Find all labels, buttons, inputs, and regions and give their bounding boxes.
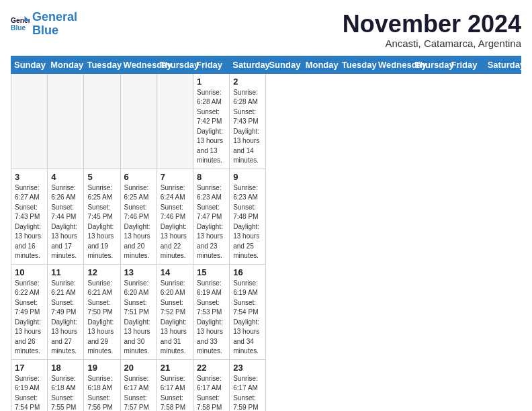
day-number: 7: [161, 172, 189, 182]
calendar-cell: 14Sunrise: 6:20 AM Sunset: 7:52 PM Dayli…: [157, 264, 193, 359]
calendar-cell: 1Sunrise: 6:28 AM Sunset: 7:42 PM Daylig…: [193, 73, 230, 169]
logo: General Blue GeneralBlue: [11, 11, 77, 38]
day-of-week-header: Wednesday: [120, 56, 157, 73]
day-number: 15: [197, 267, 226, 277]
day-number: 6: [124, 172, 153, 182]
day-info: Sunrise: 6:20 AM Sunset: 7:52 PM Dayligh…: [161, 279, 189, 357]
calendar-table: SundayMondayTuesdayWednesdayThursdayFrid…: [11, 56, 521, 411]
calendar-cell: 17Sunrise: 6:19 AM Sunset: 7:54 PM Dayli…: [11, 359, 48, 411]
calendar-cell: [120, 73, 157, 169]
title-block: November 2024 Ancasti, Catamarca, Argent…: [343, 11, 521, 49]
day-number: 11: [51, 267, 80, 277]
day-info: Sunrise: 6:25 AM Sunset: 7:46 PM Dayligh…: [124, 183, 153, 261]
day-info: Sunrise: 6:27 AM Sunset: 7:43 PM Dayligh…: [15, 183, 44, 261]
calendar-cell: 23Sunrise: 6:17 AM Sunset: 7:59 PM Dayli…: [230, 359, 266, 411]
day-info: Sunrise: 6:28 AM Sunset: 7:43 PM Dayligh…: [233, 88, 262, 166]
day-info: Sunrise: 6:17 AM Sunset: 7:57 PM Dayligh…: [124, 374, 153, 411]
month-title: November 2024: [343, 11, 521, 38]
logo-icon: General Blue: [11, 15, 30, 34]
day-info: Sunrise: 6:21 AM Sunset: 7:49 PM Dayligh…: [51, 279, 80, 357]
day-number: 13: [124, 267, 153, 277]
calendar-cell: 16Sunrise: 6:19 AM Sunset: 7:54 PM Dayli…: [230, 264, 266, 359]
day-of-week-header: Wednesday: [375, 56, 412, 73]
day-of-week-header: Sunday: [266, 56, 302, 73]
day-info: Sunrise: 6:17 AM Sunset: 7:58 PM Dayligh…: [161, 374, 189, 411]
day-info: Sunrise: 6:22 AM Sunset: 7:49 PM Dayligh…: [15, 279, 44, 357]
day-number: 5: [87, 172, 116, 182]
day-info: Sunrise: 6:20 AM Sunset: 7:51 PM Dayligh…: [124, 279, 153, 357]
calendar-cell: [11, 73, 48, 169]
day-info: Sunrise: 6:17 AM Sunset: 7:59 PM Dayligh…: [233, 374, 262, 411]
svg-text:Blue: Blue: [11, 24, 26, 32]
day-number: 8: [197, 172, 226, 182]
day-number: 16: [233, 267, 262, 277]
calendar-cell: [84, 73, 120, 169]
day-of-week-header: Friday: [448, 56, 484, 73]
day-number: 21: [161, 363, 189, 373]
calendar-cell: 15Sunrise: 6:19 AM Sunset: 7:53 PM Dayli…: [193, 264, 230, 359]
calendar-cell: 3Sunrise: 6:27 AM Sunset: 7:43 PM Daylig…: [11, 169, 48, 264]
calendar-cell: 19Sunrise: 6:18 AM Sunset: 7:56 PM Dayli…: [84, 359, 120, 411]
day-of-week-header: Tuesday: [339, 56, 375, 73]
calendar-week-row: 1Sunrise: 6:28 AM Sunset: 7:42 PM Daylig…: [11, 73, 521, 169]
calendar-cell: 4Sunrise: 6:26 AM Sunset: 7:44 PM Daylig…: [48, 169, 84, 264]
calendar-cell: 21Sunrise: 6:17 AM Sunset: 7:58 PM Dayli…: [157, 359, 193, 411]
day-info: Sunrise: 6:18 AM Sunset: 7:56 PM Dayligh…: [87, 374, 116, 411]
location: Ancasti, Catamarca, Argentina: [343, 38, 521, 49]
day-number: 9: [233, 172, 262, 182]
logo-text: GeneralBlue: [32, 11, 77, 38]
calendar-cell: 2Sunrise: 6:28 AM Sunset: 7:43 PM Daylig…: [230, 73, 266, 169]
day-info: Sunrise: 6:26 AM Sunset: 7:44 PM Dayligh…: [51, 183, 80, 261]
day-info: Sunrise: 6:17 AM Sunset: 7:58 PM Dayligh…: [197, 374, 226, 411]
day-number: 23: [233, 363, 262, 373]
day-info: Sunrise: 6:18 AM Sunset: 7:55 PM Dayligh…: [51, 374, 80, 411]
day-of-week-header: Tuesday: [84, 56, 120, 73]
day-number: 12: [87, 267, 116, 277]
calendar-cell: 10Sunrise: 6:22 AM Sunset: 7:49 PM Dayli…: [11, 264, 48, 359]
day-of-week-header: Monday: [302, 56, 339, 73]
calendar-cell: 13Sunrise: 6:20 AM Sunset: 7:51 PM Dayli…: [120, 264, 157, 359]
calendar-cell: 22Sunrise: 6:17 AM Sunset: 7:58 PM Dayli…: [193, 359, 230, 411]
day-of-week-header: Monday: [48, 56, 84, 73]
day-info: Sunrise: 6:23 AM Sunset: 7:47 PM Dayligh…: [197, 183, 226, 261]
calendar-cell: 11Sunrise: 6:21 AM Sunset: 7:49 PM Dayli…: [48, 264, 84, 359]
day-info: Sunrise: 6:23 AM Sunset: 7:48 PM Dayligh…: [233, 183, 262, 261]
page-header: General Blue GeneralBlue November 2024 A…: [11, 11, 521, 49]
day-number: 4: [51, 172, 80, 182]
day-info: Sunrise: 6:21 AM Sunset: 7:50 PM Dayligh…: [87, 279, 116, 357]
day-number: 19: [87, 363, 116, 373]
calendar-header-row: SundayMondayTuesdayWednesdayThursdayFrid…: [11, 56, 521, 73]
day-of-week-header: Thursday: [157, 56, 193, 73]
calendar-cell: [48, 73, 84, 169]
calendar-week-row: 3Sunrise: 6:27 AM Sunset: 7:43 PM Daylig…: [11, 169, 521, 264]
calendar-cell: 7Sunrise: 6:24 AM Sunset: 7:46 PM Daylig…: [157, 169, 193, 264]
calendar-cell: 20Sunrise: 6:17 AM Sunset: 7:57 PM Dayli…: [120, 359, 157, 411]
day-of-week-header: Thursday: [412, 56, 448, 73]
day-number: 10: [15, 267, 44, 277]
day-number: 20: [124, 363, 153, 373]
day-info: Sunrise: 6:19 AM Sunset: 7:53 PM Dayligh…: [197, 279, 226, 357]
day-of-week-header: Friday: [193, 56, 230, 73]
day-of-week-header: Saturday: [484, 56, 521, 73]
day-number: 22: [197, 363, 226, 373]
day-number: 18: [51, 363, 80, 373]
calendar-cell: 8Sunrise: 6:23 AM Sunset: 7:47 PM Daylig…: [193, 169, 230, 264]
calendar-cell: 18Sunrise: 6:18 AM Sunset: 7:55 PM Dayli…: [48, 359, 84, 411]
day-info: Sunrise: 6:24 AM Sunset: 7:46 PM Dayligh…: [161, 183, 189, 261]
day-number: 1: [197, 77, 226, 87]
calendar-cell: 5Sunrise: 6:25 AM Sunset: 7:45 PM Daylig…: [84, 169, 120, 264]
day-info: Sunrise: 6:19 AM Sunset: 7:54 PM Dayligh…: [233, 279, 262, 357]
day-of-week-header: Saturday: [230, 56, 266, 73]
day-info: Sunrise: 6:25 AM Sunset: 7:45 PM Dayligh…: [87, 183, 116, 261]
calendar-week-row: 17Sunrise: 6:19 AM Sunset: 7:54 PM Dayli…: [11, 359, 521, 411]
day-of-week-header: Sunday: [11, 56, 48, 73]
day-number: 17: [15, 363, 44, 373]
day-number: 3: [15, 172, 44, 182]
day-number: 14: [161, 267, 189, 277]
calendar-cell: 6Sunrise: 6:25 AM Sunset: 7:46 PM Daylig…: [120, 169, 157, 264]
day-number: 2: [233, 77, 262, 87]
day-info: Sunrise: 6:19 AM Sunset: 7:54 PM Dayligh…: [15, 374, 44, 411]
calendar-week-row: 10Sunrise: 6:22 AM Sunset: 7:49 PM Dayli…: [11, 264, 521, 359]
calendar-cell: 9Sunrise: 6:23 AM Sunset: 7:48 PM Daylig…: [230, 169, 266, 264]
calendar-cell: [157, 73, 193, 169]
